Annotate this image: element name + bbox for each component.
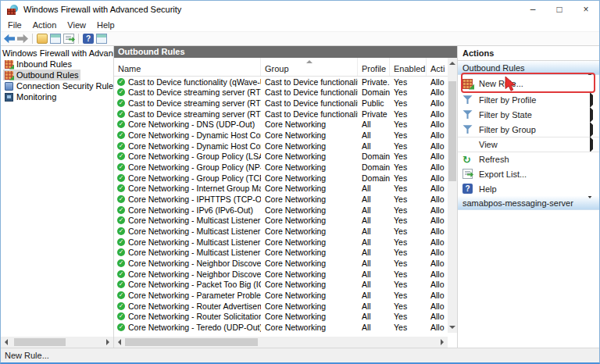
rule-enabled-check-icon	[117, 184, 125, 192]
column-header-profile[interactable]: Profile	[358, 58, 390, 76]
rule-name: Core Networking - Dynamic Host Config...	[128, 130, 261, 140]
actions-section-outbound-rules[interactable]: Outbound Rules	[458, 61, 599, 75]
menu-bar: FileActionViewHelp	[1, 18, 599, 32]
column-header-enabled[interactable]: Enabled	[390, 58, 427, 76]
rule-group: Cast to Device functionality	[261, 87, 358, 97]
rule-row[interactable]: Core Networking - Dynamic Host Config...…	[114, 141, 448, 152]
sidebar-item-inbound-rules[interactable]: Inbound Rules	[1, 59, 113, 70]
rule-row[interactable]: Core Networking - Neighbor Discovery S..…	[114, 269, 448, 280]
help-icon[interactable]	[83, 34, 94, 44]
rule-enabled-check-icon	[117, 152, 125, 160]
rule-row[interactable]: Core Networking - Dynamic Host Config...…	[114, 130, 448, 141]
action-export-list[interactable]: Export List...	[458, 166, 599, 181]
rule-enabled-check-icon	[117, 259, 125, 267]
rule-action: Allo	[427, 130, 448, 140]
collapse-section-icon[interactable]	[587, 63, 593, 73]
rule-row[interactable]: Core Networking - Router Solicitation (I…	[114, 311, 448, 322]
submenu-arrow-icon	[590, 125, 593, 134]
console-window-icon[interactable]	[50, 34, 61, 44]
scrollbar-thumb[interactable]	[125, 338, 258, 346]
rule-row[interactable]: Core Networking - Teredo (UDP-Out) Core …	[114, 322, 448, 333]
rule-enabled: Yes	[390, 259, 427, 268]
rule-row[interactable]: Core Networking - Multicast Listener Rep…	[114, 237, 448, 248]
rule-profile: All	[358, 323, 390, 332]
rule-row[interactable]: Core Networking - Parameter Problem (I..…	[114, 290, 448, 301]
action-new-rule[interactable]: New Rule...	[458, 75, 599, 92]
rule-enabled: Yes	[390, 109, 427, 119]
sidebar-item-monitoring[interactable]: Monitoring	[1, 91, 113, 102]
sidebar-horizontal-scrollbar[interactable]	[1, 337, 113, 348]
scroll-left-icon[interactable]	[114, 337, 125, 348]
rule-action: Allo	[427, 194, 448, 204]
rule-enabled-check-icon	[117, 206, 125, 214]
rule-enabled: Yes	[390, 173, 427, 183]
rule-enabled: Yes	[390, 194, 427, 204]
menu-file[interactable]: File	[1, 18, 27, 32]
sidebar-item-outbound-rules[interactable]: Outbound Rules	[1, 70, 113, 80]
rule-row[interactable]: Core Networking - Neighbor Discovery A..…	[114, 258, 448, 269]
rule-name: Core Networking - Multicast Listener Rep…	[128, 248, 261, 257]
rule-name: Core Networking - Dynamic Host Config...	[128, 141, 261, 151]
scroll-left-icon[interactable]	[1, 337, 12, 348]
action-refresh[interactable]: Refresh	[458, 152, 599, 166]
rule-row[interactable]: Cast to Device functionality (qWave-UDP.…	[114, 77, 448, 87]
rule-row[interactable]: Core Networking - Packet Too Big (ICMP..…	[114, 279, 448, 290]
rule-row[interactable]: Core Networking - Internet Group Mana...…	[114, 184, 448, 194]
action-filter-by-profile[interactable]: Filter by Profile	[458, 92, 599, 107]
rule-row[interactable]: Core Networking - DNS (UDP-Out) Core Net…	[114, 120, 448, 130]
column-header-group[interactable]: Group	[261, 58, 358, 76]
rule-enabled-check-icon	[117, 99, 125, 107]
title-bar: Windows Firewall with Advanced Security …	[1, 1, 599, 18]
rule-row[interactable]: Core Networking - IPHTTPS (TCP-Out) Core…	[114, 194, 448, 205]
rule-row[interactable]: Core Networking - Group Policy (NP-Out) …	[114, 162, 448, 173]
scrollbar-thumb[interactable]	[448, 81, 456, 181]
list-horizontal-scrollbar[interactable]	[114, 337, 448, 348]
connection-security-rules-icon	[5, 82, 13, 91]
close-button[interactable]: ×	[573, 1, 599, 18]
rule-row[interactable]: Core Networking - Group Policy (TCP-Out)…	[114, 173, 448, 184]
rule-row[interactable]: Core Networking - IPv6 (IPv6-Out) Core N…	[114, 205, 448, 216]
rule-row[interactable]: Cast to Device streaming server (RTP-Str…	[114, 98, 448, 109]
rule-name: Cast to Device streaming server (RTP-Str…	[128, 87, 261, 97]
sidebar-item-connection-security-rules[interactable]: Connection Security Rules	[1, 80, 113, 91]
scrollbar-thumb[interactable]	[14, 338, 66, 346]
rule-row[interactable]: Cast to Device streaming server (RTP-Str…	[114, 87, 448, 98]
up-folder-icon[interactable]	[37, 34, 48, 44]
scroll-right-icon[interactable]	[437, 337, 448, 348]
forward-icon[interactable]	[17, 34, 28, 44]
column-header-action[interactable]: Acti	[427, 58, 448, 76]
maximize-button[interactable]: □	[546, 1, 573, 18]
rule-profile: All	[358, 248, 390, 257]
console-window-icon[interactable]	[96, 34, 107, 44]
rule-row[interactable]: Core Networking - Router Advertisement..…	[114, 301, 448, 312]
list-vertical-scrollbar[interactable]	[448, 58, 457, 333]
action-help[interactable]: Help	[458, 181, 599, 196]
action-view[interactable]: View	[458, 137, 599, 152]
menu-help[interactable]: Help	[91, 18, 120, 32]
rule-row[interactable]: Core Networking - Multicast Listener Qu.…	[114, 226, 448, 237]
rule-row[interactable]: Core Networking - Multicast Listener Do.…	[114, 216, 448, 227]
menu-view[interactable]: View	[62, 18, 91, 32]
scroll-down-icon[interactable]	[448, 322, 457, 333]
action-filter-by-state[interactable]: Filter by State	[458, 107, 599, 122]
filter-icon	[462, 124, 473, 134]
inbound-rules-icon	[5, 60, 13, 69]
rule-row[interactable]: Core Networking - Multicast Listener Rep…	[114, 248, 448, 259]
actions-section-samabpos-messaging-server[interactable]: samabpos-messaging-server	[458, 196, 599, 210]
expand-section-icon[interactable]	[587, 198, 593, 208]
scroll-right-icon[interactable]	[102, 337, 113, 348]
action-filter-by-group[interactable]: Filter by Group	[458, 122, 599, 137]
minimize-button[interactable]: –	[520, 1, 546, 18]
rule-enabled-check-icon	[117, 323, 125, 331]
rule-group: Core Networking	[261, 194, 358, 204]
menu-action[interactable]: Action	[27, 18, 62, 32]
back-icon[interactable]	[4, 34, 15, 44]
scroll-up-icon[interactable]	[448, 58, 457, 69]
tree-root-windows-firewall[interactable]: Windows Firewall with Advanced Se	[1, 48, 113, 59]
rule-group: Core Networking	[261, 280, 358, 289]
rule-group: Cast to Device functionality	[261, 98, 358, 108]
rule-row[interactable]: Cast to Device streaming server (RTP-Str…	[114, 109, 448, 120]
column-header-name[interactable]: Name	[114, 58, 261, 76]
rule-row[interactable]: Core Networking - Group Policy (LSASS-..…	[114, 152, 448, 162]
export-list-icon[interactable]	[63, 34, 74, 44]
